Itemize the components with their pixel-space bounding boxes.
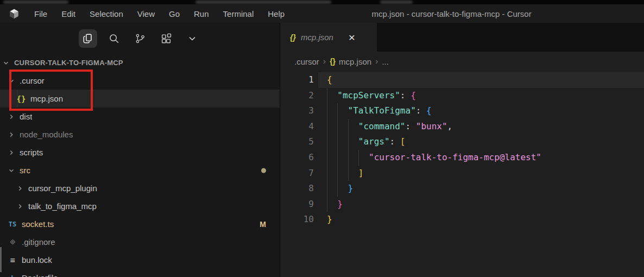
menu-item-edit[interactable]: Edit [54, 4, 83, 23]
tree-item-scripts[interactable]: scripts [0, 143, 280, 161]
line-number: 10 [280, 212, 318, 228]
tree-item-src[interactable]: src [0, 161, 280, 179]
indent-guide [17, 90, 17, 108]
modified-badge: M [260, 220, 266, 229]
code-line-content: "TalkToFigma": { [318, 103, 644, 119]
token-pun: , [447, 121, 453, 131]
code-line-4[interactable]: 4"command": "bunx", [280, 119, 644, 135]
line-number: 9 [280, 197, 318, 212]
window-title: mcp.json - cursor-talk-to-figma-mcp - Cu… [292, 9, 644, 18]
token-b1: ] [358, 168, 364, 178]
tree-item-label: dist [20, 112, 32, 121]
tab-bar: {} mcp.json × [280, 23, 644, 52]
search-icon[interactable] [105, 29, 123, 48]
modified-dot-badge [261, 168, 266, 173]
code-line-7[interactable]: 7] [280, 166, 644, 181]
tree-item-bun-lock[interactable]: ≡bun.lock [0, 251, 280, 269]
cursor-logo-icon [9, 8, 20, 19]
token-b1: { [327, 74, 332, 85]
token-b1: } [327, 214, 332, 224]
tree-item-label: talk_to_figma_mcp [28, 202, 97, 211]
code-line-1[interactable]: 1{ [280, 72, 644, 88]
token-b3: } [348, 183, 353, 193]
tab-mcp-json[interactable]: {} mcp.json × [280, 23, 377, 52]
tree-item-mcp-json[interactable]: {}mcp.json [0, 90, 280, 108]
tree-item-socket-ts[interactable]: TSsocket.tsM [0, 215, 280, 233]
code-line-10[interactable]: 10} [280, 212, 644, 228]
json-file-icon: {} [290, 33, 296, 42]
token-pun: : [406, 121, 416, 131]
line-number: 6 [280, 150, 318, 166]
code-line-5[interactable]: 5"args": [ [280, 134, 644, 150]
line-number: 1 [280, 72, 318, 88]
tree-item-node-modules[interactable]: node_modules [0, 125, 280, 143]
code-line-content: "mcpServers": { [318, 88, 644, 104]
code-line-6[interactable]: 6"cursor-talk-to-figma-mcp@latest" [280, 150, 644, 166]
tree-item-label: src [20, 166, 30, 175]
tree-item-cursor-mcp-plugin[interactable]: cursor_mcp_plugin [0, 179, 280, 197]
indent-guides [327, 197, 337, 212]
views-chevron-icon[interactable] [183, 29, 201, 48]
token-key: "mcpServers" [337, 90, 400, 100]
indent-guides [327, 181, 348, 197]
tree-item-talk-to-figma-mcp[interactable]: talk_to_figma_mcp [0, 197, 280, 215]
menu-item-help[interactable]: Help [261, 4, 292, 23]
chevron-right-icon [7, 148, 16, 157]
close-icon[interactable]: × [346, 32, 358, 43]
menu-item-selection[interactable]: Selection [83, 4, 130, 23]
tree-item-dockerfile[interactable]: Dockerfile [0, 269, 280, 277]
menu-item-view[interactable]: View [130, 4, 162, 23]
breadcrumb-item-[interactable]: ... [382, 57, 389, 66]
git-icon [7, 238, 18, 245]
code-line-3[interactable]: 3"TalkToFigma": { [280, 103, 644, 119]
tree-item-label: mcp.json [30, 94, 63, 103]
code-line-9[interactable]: 9} [280, 197, 644, 212]
breadcrumb-separator: › [375, 56, 378, 66]
indent-guides [327, 103, 348, 119]
indent-guides [327, 150, 369, 166]
background-smudge [380, 1, 413, 4]
token-str: "cursor-talk-to-figma-mcp@latest" [369, 152, 541, 162]
chevron-down-icon [7, 166, 16, 175]
source-control-icon[interactable] [131, 29, 149, 48]
token-key: "command" [358, 121, 406, 131]
chevron-right-icon [15, 202, 25, 211]
breadcrumb-item-mcp-json[interactable]: {}mcp.json [330, 57, 371, 66]
token-b1: [ [400, 136, 406, 147]
explorer-sidebar: CURSOR-TALK-TO-FIGMA-MCP .cursor{}mcp.js… [0, 23, 280, 277]
line-number: 8 [280, 181, 318, 197]
tree-item-label: socket.ts [22, 219, 54, 229]
menu-item-file[interactable]: File [27, 4, 54, 23]
tab-label: mcp.json [301, 33, 333, 42]
background-edge-sliver [0, 247, 2, 272]
explorer-icon[interactable] [79, 29, 97, 48]
code-editor[interactable]: 1{2"mcpServers": {3"TalkToFigma": {4"com… [280, 71, 644, 277]
code-line-content: "cursor-talk-to-figma-mcp@latest" [318, 150, 644, 166]
menu-item-terminal[interactable]: Terminal [216, 4, 261, 23]
line-number: 7 [280, 166, 318, 181]
tree-item-dist[interactable]: dist [0, 108, 280, 125]
menu-item-run[interactable]: Run [187, 4, 216, 23]
editor-pane: {} mcp.json × .cursor›{}mcp.json›... 1{2… [280, 23, 644, 277]
token-key: "args" [358, 136, 390, 147]
breadcrumb-item-cursor[interactable]: .cursor [294, 57, 319, 66]
line-number: 3 [280, 103, 318, 119]
tree-item-label: .cursor [20, 76, 45, 85]
code-line-8[interactable]: 8} [280, 181, 644, 197]
token-b2: { [411, 90, 416, 100]
tree-item-label: Dockerfile [22, 273, 58, 277]
tree-item-cursor[interactable]: .cursor [0, 72, 280, 90]
tree-item-label: bun.lock [22, 255, 52, 265]
breadcrumb-label: mcp.json [339, 57, 371, 66]
menu-item-go[interactable]: Go [162, 4, 187, 23]
code-line-2[interactable]: 2"mcpServers": { [280, 88, 644, 104]
chevron-down-icon [1, 59, 11, 67]
breadcrumb-label: .cursor [294, 57, 319, 66]
background-smudge [195, 1, 331, 4]
extensions-icon[interactable] [157, 29, 175, 48]
code-line-content: } [318, 212, 644, 228]
project-root-header[interactable]: CURSOR-TALK-TO-FIGMA-MCP [0, 54, 280, 72]
tree-item-gitignore[interactable]: .gitignore [0, 233, 280, 251]
tree-item-label: node_modules [20, 130, 73, 139]
code-line-content: { [318, 72, 644, 88]
